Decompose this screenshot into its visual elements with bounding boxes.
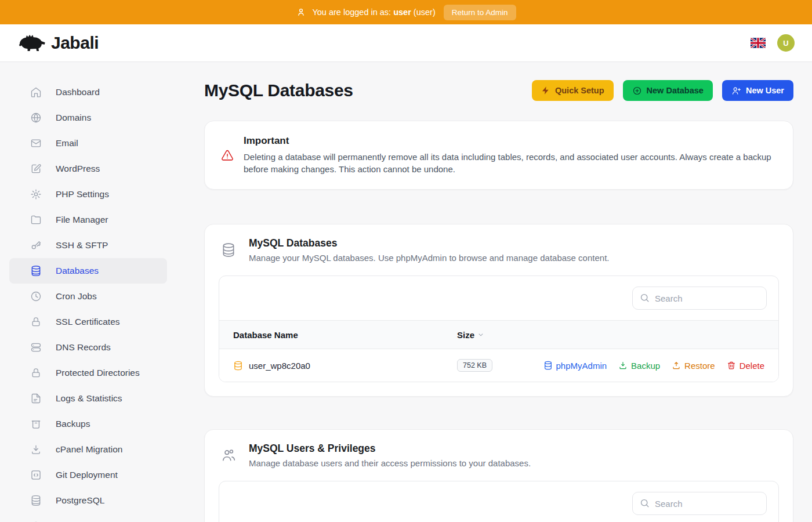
important-alert: Important Deleting a database will perma… — [204, 121, 793, 190]
sidebar-item-git-deployment[interactable]: Git Deployment — [9, 462, 167, 488]
sidebar-item-cron-jobs[interactable]: Cron Jobs — [9, 284, 167, 309]
sidebar-item-domains[interactable]: Domains — [9, 105, 167, 130]
sidebar-item-label: Backups — [56, 419, 90, 429]
zap-icon — [541, 86, 550, 95]
return-to-admin-button[interactable]: Return to Admin — [444, 5, 516, 20]
sidebar-item-label: Cron Jobs — [56, 291, 97, 302]
lock-icon — [30, 316, 42, 328]
sidebar-item-ssl-certificates[interactable]: SSL Certificates — [9, 309, 167, 335]
sidebar-item-databases[interactable]: Databases — [9, 258, 167, 284]
download-icon — [30, 444, 42, 455]
sidebar-item-partial[interactable] — [9, 513, 167, 522]
sidebar-item-wordpress[interactable]: WordPress — [9, 156, 167, 182]
trash-icon — [727, 361, 736, 370]
upload-icon — [672, 361, 681, 370]
trash-box-icon — [30, 418, 42, 430]
sidebar-item-backups[interactable]: Backups — [9, 411, 167, 437]
users-card-title: MySQL Users & Privileges — [249, 443, 531, 455]
sidebar-item-label: Domains — [56, 113, 91, 123]
login-role: (user) — [414, 8, 436, 17]
sidebar-item-email[interactable]: Email — [9, 130, 167, 156]
sidebar-item-label: Git Deployment — [56, 470, 118, 480]
sidebar-item-label: Email — [56, 138, 78, 148]
sidebar-item-label: SSL Certificates — [56, 317, 120, 327]
sidebar-item-label: PostgreSQL — [56, 495, 104, 506]
server-icon — [30, 342, 42, 353]
gear-icon — [30, 188, 42, 200]
database-icon — [30, 495, 42, 506]
admin-session-bar: You are logged in as: user (user) Return… — [0, 0, 812, 24]
globe-icon — [30, 112, 42, 124]
databases-card: MySQL Databases Manage your MySQL databa… — [204, 224, 793, 397]
sidebar-item-postgresql[interactable]: PostgreSQL — [9, 488, 167, 513]
main-content: MySQL Databases Quick Setup New Database… — [168, 62, 812, 522]
app-header: Jabali U — [0, 24, 812, 62]
brand-logo[interactable]: Jabali — [17, 32, 99, 53]
login-prefix: You are logged in as: — [312, 8, 391, 17]
user-avatar[interactable]: U — [777, 34, 795, 52]
plus-circle-icon — [632, 86, 642, 96]
alert-triangle-icon — [221, 149, 234, 162]
sidebar-item-label: File Manager — [56, 215, 108, 225]
sidebar-item-label: WordPress — [56, 164, 100, 174]
sidebar-item-label: Protected Directories — [56, 368, 140, 378]
sidebar-item-label: DNS Records — [56, 342, 111, 353]
file-text-icon — [30, 393, 42, 404]
code-icon — [30, 469, 42, 481]
delete-link[interactable]: Delete — [727, 361, 764, 371]
sidebar-item-dashboard[interactable]: Dashboard — [9, 79, 167, 105]
search-icon — [639, 498, 650, 509]
new-user-button[interactable]: New User — [722, 80, 793, 101]
chevron-down-icon — [477, 331, 485, 339]
column-size-sort[interactable]: Size — [457, 330, 764, 340]
databases-card-title: MySQL Databases — [249, 237, 609, 249]
new-database-button[interactable]: New Database — [623, 80, 713, 101]
sidebar-item-ssh-sftp[interactable]: SSH & SFTP — [9, 233, 167, 258]
users-search-input[interactable] — [632, 492, 767, 515]
column-database-name: Database Name — [233, 330, 457, 340]
sidebar-item-label: cPanel Migration — [56, 444, 122, 455]
sidebar-item-label: Databases — [56, 266, 99, 276]
database-name: user_wp8c20a0 — [249, 361, 310, 371]
sidebar-item-label: PHP Settings — [56, 189, 109, 200]
backup-link[interactable]: Backup — [618, 361, 660, 371]
user-icon — [296, 7, 306, 17]
databases-card-subtitle: Manage your MySQL databases. Use phpMyAd… — [249, 253, 609, 263]
phpmyadmin-link[interactable]: phpMyAdmin — [543, 361, 607, 371]
boar-logo-icon — [17, 32, 46, 53]
quick-setup-button[interactable]: Quick Setup — [532, 80, 614, 101]
restore-link[interactable]: Restore — [672, 361, 715, 371]
page-title: MySQL Databases — [204, 81, 353, 100]
folder-icon — [30, 214, 42, 226]
database-size-badge: 752 KB — [457, 359, 492, 372]
users-card-subtitle: Manage database users and their access p… — [249, 458, 531, 468]
pen-icon — [30, 163, 42, 175]
login-username: user — [393, 8, 411, 17]
sidebar-item-logs-statistics[interactable]: Logs & Statistics — [9, 386, 167, 411]
search-icon — [639, 292, 650, 303]
sidebar-item-cpanel-migration[interactable]: cPanel Migration — [9, 437, 167, 462]
database-icon — [221, 242, 236, 258]
sidebar-item-php-settings[interactable]: PHP Settings — [9, 182, 167, 207]
database-icon — [233, 361, 243, 371]
sidebar-item-label: Logs & Statistics — [56, 393, 122, 404]
databases-search-input[interactable] — [632, 287, 767, 310]
sidebar-item-label: SSH & SFTP — [56, 240, 108, 251]
download-icon — [618, 361, 628, 370]
sidebar-item-protected-directories[interactable]: Protected Directories — [9, 360, 167, 386]
key-icon — [30, 240, 42, 251]
lock-icon — [30, 367, 42, 379]
database-row: user_wp8c20a0 752 KB phpMyAdmin Backup — [219, 349, 778, 382]
clock-icon — [30, 291, 42, 302]
alert-title: Important — [244, 135, 777, 147]
brand-name: Jabali — [51, 33, 99, 53]
database-icon — [30, 265, 42, 277]
users-icon — [221, 448, 236, 463]
user-plus-icon — [731, 86, 741, 96]
database-icon — [543, 361, 553, 370]
sidebar-item-file-manager[interactable]: File Manager — [9, 207, 167, 233]
sidebar-item-dns-records[interactable]: DNS Records — [9, 335, 167, 360]
mail-icon — [30, 137, 42, 149]
sidebar-nav: Dashboard Domains Email WordPress PHP Se… — [0, 62, 168, 522]
uk-flag-icon[interactable] — [751, 38, 766, 48]
